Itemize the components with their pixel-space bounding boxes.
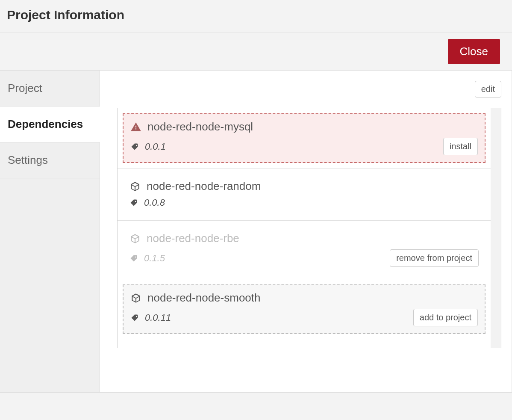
dependency-version: 0.0.11	[145, 312, 171, 323]
add-to-project-button[interactable]: add to project	[413, 309, 478, 326]
tab-dependencies[interactable]: Dependencies	[0, 106, 100, 142]
dependency-row: node-red-node-random 0.0.8	[118, 169, 491, 221]
close-button[interactable]: Close	[448, 39, 500, 64]
dependency-version: 0.0.1	[145, 141, 166, 152]
dependency-list: node-red-node-mysql 0.0.1 install	[117, 108, 501, 348]
tag-icon	[130, 314, 139, 322]
install-button[interactable]: install	[443, 138, 478, 155]
edit-button[interactable]: edit	[475, 81, 501, 98]
dependency-row: node-red-node-mysql 0.0.1 install	[118, 108, 491, 169]
dependency-row: node-red-node-rbe 0.1.5 remove from proj…	[118, 221, 491, 279]
dependency-row-inner-addable: node-red-node-smooth 0.0.11 add to proje…	[123, 284, 486, 334]
dependency-row-inner-unused: node-red-node-rbe 0.1.5 remove from proj…	[123, 226, 486, 274]
tab-project[interactable]: Project	[0, 71, 100, 106]
dependency-row-inner-error: node-red-node-mysql 0.0.1 install	[123, 113, 486, 163]
cube-icon	[129, 233, 141, 244]
dialog-body: Project Dependencies Settings edit node-…	[0, 71, 512, 392]
remove-from-project-button[interactable]: remove from project	[390, 249, 479, 267]
dependency-name: node-red-node-rbe	[147, 232, 239, 245]
tag-icon	[130, 142, 139, 151]
edit-row: edit	[117, 81, 501, 98]
dependency-name: node-red-node-mysql	[147, 120, 253, 133]
tag-icon	[129, 254, 138, 263]
dialog-footer	[0, 392, 512, 420]
dependency-name: node-red-node-smooth	[147, 291, 261, 305]
dialog-title: Project Information	[7, 8, 505, 22]
tab-settings[interactable]: Settings	[0, 142, 100, 178]
tag-icon	[129, 198, 138, 207]
cube-icon	[130, 293, 141, 304]
dialog-toolbar: Close	[0, 33, 512, 71]
sidebar-fill	[0, 178, 100, 392]
main-panel: edit node-red-node-mysql	[100, 71, 512, 392]
dependency-name: node-red-node-random	[147, 180, 261, 193]
dependency-version: 0.0.8	[144, 197, 165, 208]
dependency-list-inner: node-red-node-mysql 0.0.1 install	[118, 108, 501, 348]
dependency-row: node-red-node-smooth 0.0.11 add to proje…	[118, 279, 491, 339]
sidebar: Project Dependencies Settings	[0, 71, 100, 392]
dependency-row-inner: node-red-node-random 0.0.8	[123, 174, 486, 215]
cube-icon	[129, 181, 141, 192]
warning-icon	[130, 121, 141, 133]
dialog-header: Project Information	[0, 0, 512, 33]
dependency-version: 0.1.5	[144, 253, 165, 264]
dependency-list-footer	[118, 339, 491, 348]
